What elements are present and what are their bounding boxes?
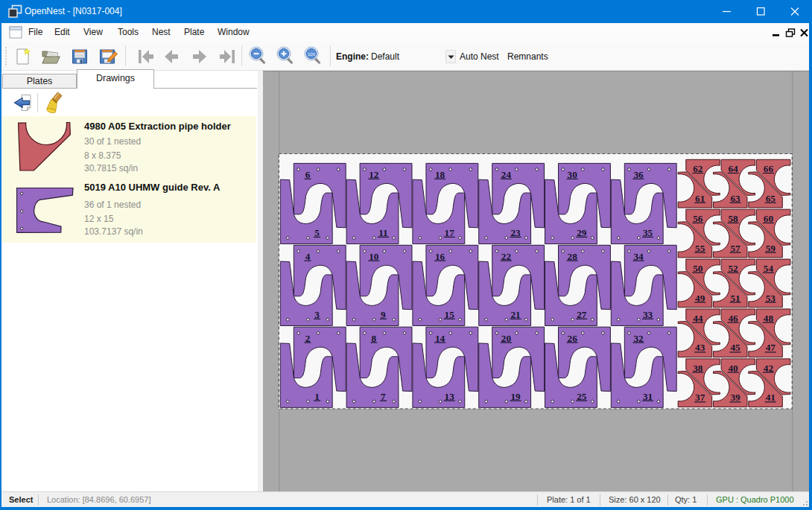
svg-text:32: 32 <box>633 333 644 344</box>
svg-text:45: 45 <box>730 342 740 353</box>
svg-text:11: 11 <box>378 227 387 238</box>
svg-text:5: 5 <box>314 227 320 238</box>
svg-text:19: 19 <box>510 391 521 402</box>
svg-text:30: 30 <box>568 169 578 180</box>
svg-text:51: 51 <box>730 293 740 304</box>
svg-text:25: 25 <box>577 391 587 402</box>
svg-text:66: 66 <box>764 163 774 174</box>
svg-text:62: 62 <box>693 163 703 174</box>
svg-text:47: 47 <box>766 342 776 353</box>
svg-text:49: 49 <box>695 293 705 304</box>
svg-text:22: 22 <box>501 251 512 262</box>
svg-text:54: 54 <box>764 263 774 274</box>
svg-text:28: 28 <box>568 251 578 262</box>
svg-text:10: 10 <box>369 251 379 262</box>
svg-text:4: 4 <box>305 251 311 262</box>
svg-text:34: 34 <box>633 251 644 262</box>
svg-text:12: 12 <box>369 169 379 180</box>
svg-text:29: 29 <box>577 227 587 238</box>
svg-text:2: 2 <box>305 333 311 344</box>
svg-text:39: 39 <box>730 392 740 403</box>
svg-text:63: 63 <box>730 193 740 204</box>
svg-text:21: 21 <box>510 309 520 320</box>
svg-text:100: 100 <box>308 52 316 57</box>
svg-text:3: 3 <box>314 309 320 320</box>
svg-text:23: 23 <box>510 227 521 238</box>
svg-text:35: 35 <box>643 227 653 238</box>
svg-text:36: 36 <box>633 169 644 180</box>
svg-text:44: 44 <box>693 313 703 324</box>
svg-text:24: 24 <box>501 169 512 180</box>
svg-text:65: 65 <box>766 193 776 204</box>
svg-text:31: 31 <box>643 391 653 402</box>
svg-text:18: 18 <box>435 169 445 180</box>
svg-text:46: 46 <box>729 313 739 324</box>
svg-text:60: 60 <box>764 213 774 224</box>
svg-text:48: 48 <box>764 313 774 324</box>
svg-text:9: 9 <box>381 309 386 320</box>
svg-text:14: 14 <box>435 333 445 344</box>
svg-text:16: 16 <box>435 251 445 262</box>
svg-text:37: 37 <box>695 392 705 403</box>
svg-text:17: 17 <box>445 227 455 238</box>
svg-text:58: 58 <box>729 213 739 224</box>
svg-text:42: 42 <box>764 363 774 374</box>
svg-text:26: 26 <box>568 333 578 344</box>
svg-text:27: 27 <box>577 309 587 320</box>
svg-text:59: 59 <box>766 243 776 254</box>
svg-text:13: 13 <box>445 391 455 402</box>
svg-text:43: 43 <box>695 342 705 353</box>
svg-text:8: 8 <box>372 333 377 344</box>
svg-text:20: 20 <box>501 333 512 344</box>
svg-text:40: 40 <box>729 363 739 374</box>
svg-text:33: 33 <box>643 309 653 320</box>
svg-text:52: 52 <box>729 263 739 274</box>
svg-text:53: 53 <box>766 293 776 304</box>
svg-text:38: 38 <box>693 363 703 374</box>
svg-text:57: 57 <box>730 243 740 254</box>
svg-text:6: 6 <box>305 169 311 180</box>
svg-text:50: 50 <box>693 263 703 274</box>
svg-text:61: 61 <box>695 193 705 204</box>
svg-text:1: 1 <box>314 391 320 402</box>
svg-text:64: 64 <box>729 163 739 174</box>
svg-text:55: 55 <box>695 243 705 254</box>
svg-text:7: 7 <box>381 391 386 402</box>
svg-text:56: 56 <box>693 213 703 224</box>
svg-text:15: 15 <box>445 309 455 320</box>
svg-text:41: 41 <box>766 392 775 403</box>
